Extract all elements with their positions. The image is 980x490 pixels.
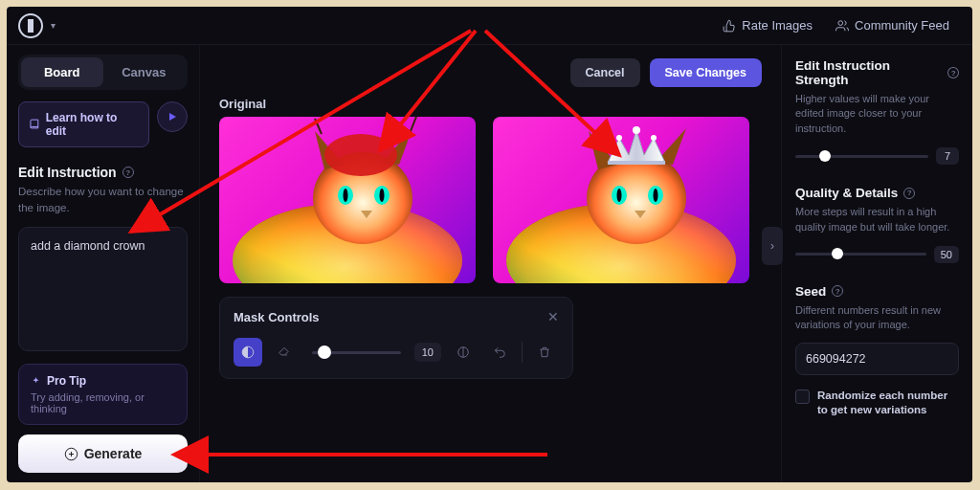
svg-point-7 [344,189,348,202]
cancel-button[interactable]: Cancel [570,58,640,87]
play-tutorial-button[interactable] [157,101,188,132]
app-logo[interactable] [18,13,43,38]
mask-undo-button[interactable] [485,338,514,367]
quality-title: Quality & Details? [795,186,959,200]
learn-label: Learn how to edit [46,111,139,138]
circle-half-icon [241,345,255,359]
close-icon[interactable]: ✕ [547,309,559,324]
rate-images-label: Rate Images [742,18,813,33]
mask-invert-tool[interactable] [449,338,478,367]
edit-strength-value: 7 [936,147,959,165]
generate-button[interactable]: Generate [18,434,188,473]
eraser-icon [278,345,291,359]
brush-size-value: 10 [414,343,441,362]
play-icon [167,111,178,122]
edit-instruction-desc: Describe how you want to change the imag… [18,184,188,215]
seed-input[interactable] [795,343,959,375]
help-icon[interactable]: ? [947,67,959,78]
pro-tip-title: Pro Tip [31,374,175,388]
topbar: ▾ Rate Images Community Feed [7,7,972,45]
carousel-next-button[interactable]: › [762,227,783,265]
book-icon [29,119,40,130]
mask-controls-panel: Mask Controls ✕ 10 [219,297,573,379]
original-image[interactable] [219,117,476,283]
svg-point-17 [654,189,658,202]
thumbs-up-icon [723,19,736,33]
quality-desc: More steps will result in a high quality… [795,205,959,234]
edit-instruction-input[interactable]: add a diamond crown [18,227,188,351]
svg-point-18 [616,135,622,141]
svg-point-20 [651,135,657,141]
pro-tip-panel: Pro Tip Try adding, removing, or thinkin… [18,364,188,425]
sparkle-icon [31,376,41,387]
chevron-down-icon[interactable]: ▾ [51,20,56,31]
randomize-checkbox[interactable] [795,390,810,404]
help-icon[interactable]: ? [832,285,843,297]
quality-slider[interactable]: 50 [795,246,959,263]
edit-strength-slider[interactable]: 7 [795,147,959,165]
help-icon[interactable]: ? [122,167,134,178]
learn-how-to-edit-button[interactable]: Learn how to edit [18,101,149,147]
svg-point-9 [380,189,385,202]
right-sidebar: Edit Instruction Strength? Higher values… [781,45,972,482]
pro-tip-desc: Try adding, removing, or thinking [31,391,175,414]
tab-canvas[interactable]: Canvas [103,57,186,87]
edit-strength-desc: Higher values will make your edited imag… [795,92,959,136]
mode-tabs: Board Canvas [18,55,188,90]
community-feed-label: Community Feed [855,18,949,33]
trash-icon [538,345,551,359]
left-sidebar: Board Canvas Learn how to edit Edit Inst… [7,45,200,482]
quality-value: 50 [934,246,959,263]
save-changes-button[interactable]: Save Changes [650,58,762,87]
svg-point-10 [324,134,397,176]
mask-delete-button[interactable] [530,338,559,367]
users-icon [835,19,849,33]
contrast-icon [457,345,470,359]
rate-images-link[interactable]: Rate Images [711,12,824,38]
mask-brush-tool[interactable] [234,338,262,367]
randomize-label: Randomize each number to get new variati… [817,389,959,418]
center-panel: Cancel Save Changes Original [200,45,781,482]
edited-image[interactable] [493,117,749,283]
seed-title: Seed? [795,284,959,299]
seed-desc: Different numbers result in new variatio… [795,303,959,333]
mask-erase-tool[interactable] [270,338,299,367]
plus-circle-icon [64,447,78,461]
original-label: Original [219,97,762,111]
help-icon[interactable]: ? [903,188,915,199]
tab-board[interactable]: Board [21,57,103,87]
community-feed-link[interactable]: Community Feed [824,12,961,38]
edit-strength-title: Edit Instruction Strength? [795,58,959,87]
generate-label: Generate [84,446,143,461]
mask-controls-title: Mask Controls [234,310,320,324]
edit-instruction-title: Edit Instruction ? [18,165,188,180]
undo-icon [493,345,506,359]
brush-size-slider[interactable] [312,351,401,354]
svg-point-19 [633,126,640,134]
svg-point-15 [617,189,622,202]
